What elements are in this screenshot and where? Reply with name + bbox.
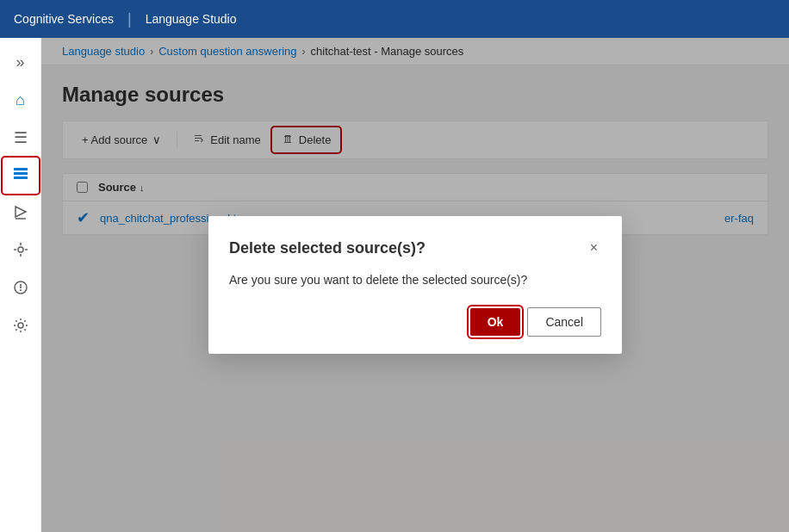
tools-icon: [12, 241, 29, 263]
cancel-button[interactable]: Cancel: [527, 307, 601, 337]
modal-overlay: Delete selected source(s)? × Are you sur…: [41, 38, 789, 532]
main-layout: » ⌂ ☰: [0, 38, 789, 532]
svg-point-13: [18, 323, 23, 328]
app-name-label: Language Studio: [146, 12, 237, 26]
svg-rect-1: [14, 172, 28, 175]
sources-icon: [12, 165, 29, 187]
svg-point-12: [20, 289, 22, 291]
home-icon: ⌂: [16, 91, 25, 109]
svg-marker-3: [16, 207, 26, 217]
sidebar-item-tools[interactable]: [3, 234, 38, 269]
sidebar: » ⌂ ☰: [0, 38, 41, 532]
sidebar-item-collapse[interactable]: »: [3, 45, 38, 79]
brand-label: Cognitive Services: [14, 12, 114, 26]
sidebar-item-settings[interactable]: [3, 310, 38, 344]
svg-rect-0: [14, 168, 28, 170]
deploy-icon: [12, 203, 29, 225]
top-nav: Cognitive Services | Language Studio: [0, 0, 789, 38]
sidebar-item-menu[interactable]: ☰: [3, 121, 38, 155]
modal-close-button[interactable]: ×: [587, 237, 601, 259]
menu-icon: ☰: [14, 128, 28, 147]
settings-icon: [12, 317, 29, 338]
svg-rect-2: [14, 176, 28, 179]
modal-header: Delete selected source(s)? ×: [229, 237, 601, 259]
sidebar-item-home[interactable]: ⌂: [3, 83, 38, 117]
insights-icon: [12, 279, 29, 300]
modal-footer: Ok Cancel: [229, 307, 601, 337]
collapse-icon: »: [16, 53, 24, 71]
sidebar-item-sources[interactable]: [3, 158, 38, 193]
ok-button[interactable]: Ok: [470, 308, 521, 336]
sidebar-item-deploy[interactable]: [3, 196, 38, 231]
modal-body: Are you sure you want to delete the sele…: [229, 273, 601, 287]
svg-point-5: [18, 247, 23, 252]
delete-modal: Delete selected source(s)? × Are you sur…: [208, 216, 622, 354]
modal-title: Delete selected source(s)?: [229, 239, 426, 257]
main-content: Language studio › Custom question answer…: [41, 38, 789, 532]
nav-divider: |: [127, 10, 132, 28]
sidebar-item-insights[interactable]: [3, 272, 38, 306]
